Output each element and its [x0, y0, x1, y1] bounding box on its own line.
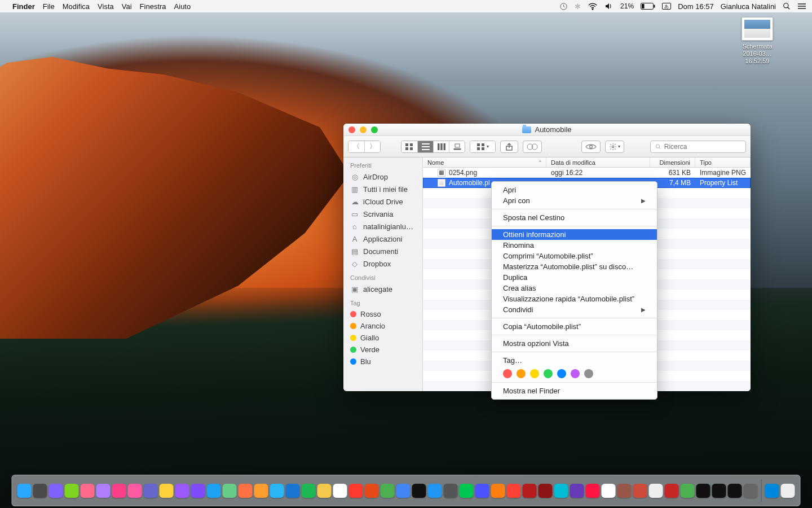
volume-icon[interactable]	[604, 2, 614, 10]
dock-app-6[interactable]	[112, 484, 126, 498]
text-input-icon[interactable]: あ	[662, 3, 671, 10]
col-kind[interactable]: Tipo	[695, 157, 751, 167]
context-menu-item[interactable]: Apri	[492, 185, 657, 195]
tag-color[interactable]	[517, 369, 526, 378]
dock-app-47[interactable]	[765, 484, 779, 498]
sidebar-tag[interactable]: Arancio	[343, 320, 422, 332]
dock-app-14[interactable]	[239, 484, 253, 498]
timemachine-icon[interactable]	[559, 2, 568, 11]
dock-app-31[interactable]	[507, 484, 521, 498]
context-menu-item[interactable]: Masterizza “Automobile.plist” su disco…	[492, 261, 657, 272]
dock-app-35[interactable]	[570, 484, 584, 498]
dock-app-26[interactable]	[428, 484, 442, 498]
arrange-dropdown[interactable]: ▾	[470, 141, 496, 153]
context-menu-item[interactable]: Apri con▶	[492, 195, 657, 206]
notification-center-icon[interactable]	[797, 3, 806, 10]
dock-app-44[interactable]	[712, 484, 726, 498]
view-coverflow-button[interactable]	[449, 141, 465, 152]
context-menu-item[interactable]: Comprimi “Automobile.plist”	[492, 251, 657, 261]
col-size[interactable]: Dimensioni	[650, 157, 695, 167]
context-menu-item[interactable]: Visualizzazione rapida “Automobile.plist…	[492, 294, 657, 304]
sidebar-item-shared[interactable]: ▣alicegate	[343, 283, 422, 295]
tag-color[interactable]	[544, 369, 553, 378]
tag-color[interactable]	[530, 369, 539, 378]
sidebar-item-6[interactable]: ▤Documenti	[343, 245, 422, 257]
context-menu-item[interactable]: Duplica	[492, 272, 657, 283]
menu-modifica[interactable]: Modifica	[63, 2, 90, 11]
tag-color[interactable]	[584, 369, 593, 378]
sidebar-tag[interactable]: Blu	[343, 356, 422, 367]
clock[interactable]: Dom 16:57	[678, 2, 714, 11]
sidebar-item-3[interactable]: ▭Scrivania	[343, 208, 422, 220]
col-date[interactable]: Data di modifica	[546, 157, 650, 167]
battery-icon[interactable]	[641, 3, 655, 10]
dock-app-28[interactable]	[460, 484, 474, 498]
dock-app-0[interactable]	[17, 484, 32, 498]
context-menu-item[interactable]: Condividi▶	[492, 304, 657, 315]
user-menu[interactable]: Gianluca Natalini	[721, 2, 776, 11]
dock-app-5[interactable]	[96, 484, 111, 498]
dock-app-37[interactable]	[602, 484, 616, 498]
context-menu-item[interactable]: Ottieni informazioni	[492, 229, 657, 240]
dock-app-1[interactable]	[33, 484, 47, 498]
action-dropdown[interactable]: ▾	[605, 141, 624, 153]
quicklook-button[interactable]	[581, 141, 601, 153]
dock-app-4[interactable]	[81, 484, 95, 498]
sidebar-item-0[interactable]: ◎AirDrop	[343, 170, 422, 183]
dock-app-34[interactable]	[554, 484, 568, 498]
dock-app-18[interactable]	[302, 484, 316, 498]
dock-app-22[interactable]	[365, 484, 379, 498]
minimize-button[interactable]	[360, 126, 367, 133]
sidebar-item-2[interactable]: ☁iCloud Drive	[343, 195, 422, 208]
dock-app-19[interactable]	[317, 484, 332, 498]
sidebar-item-4[interactable]: ⌂natalinigianlu…	[343, 220, 422, 233]
dock-app-27[interactable]	[444, 484, 458, 498]
dock-app-10[interactable]	[175, 484, 189, 498]
menu-vai[interactable]: Vai	[122, 2, 132, 11]
dock-app-39[interactable]	[633, 484, 647, 498]
dock-app-15[interactable]	[254, 484, 268, 498]
view-columns-button[interactable]	[433, 141, 449, 152]
sidebar-tag[interactable]: Giallo	[343, 332, 422, 344]
context-menu-item[interactable]: Rinomina	[492, 240, 657, 251]
forward-button[interactable]: 〉	[364, 141, 380, 152]
bluetooth-icon[interactable]: ✱	[575, 2, 581, 11]
window-titlebar[interactable]: Automobile	[343, 124, 751, 136]
dock-app-24[interactable]	[396, 484, 411, 498]
dock-app-17[interactable]	[286, 484, 300, 498]
dock-app-3[interactable]	[65, 484, 79, 498]
dock-app-45[interactable]	[728, 484, 742, 498]
wifi-icon[interactable]	[588, 3, 598, 10]
sidebar-item-5[interactable]: AApplicazioni	[343, 233, 422, 245]
tag-color[interactable]	[571, 369, 580, 378]
edit-tags-button[interactable]	[523, 141, 542, 153]
dock-app-21[interactable]	[349, 484, 363, 498]
dock-app-30[interactable]	[491, 484, 505, 498]
dock-app-32[interactable]	[523, 484, 537, 498]
col-name[interactable]: Nome⌃	[423, 157, 546, 167]
menu-aiuto[interactable]: Aiuto	[174, 2, 191, 11]
context-menu-item[interactable]: Mostra opzioni Vista	[492, 338, 657, 349]
desktop-file-screenshot[interactable]: Schermata 2016-03…16.52.59	[734, 17, 781, 65]
dock-app-36[interactable]	[586, 484, 600, 498]
dock-app-29[interactable]	[475, 484, 489, 498]
menu-file[interactable]: File	[43, 2, 55, 11]
view-list-button[interactable]	[417, 141, 433, 152]
context-menu-item[interactable]: Crea alias	[492, 283, 657, 294]
back-button[interactable]: 〈	[348, 141, 364, 152]
dock-app-42[interactable]	[681, 484, 695, 498]
dock-app-8[interactable]	[144, 484, 158, 498]
dock-app-11[interactable]	[191, 484, 205, 498]
spotlight-icon[interactable]	[783, 2, 791, 10]
context-menu-item[interactable]: Tag…	[492, 355, 657, 366]
context-menu-item[interactable]: Sposta nel Cestino	[492, 212, 657, 223]
search-field[interactable]	[650, 141, 746, 153]
search-input[interactable]	[664, 143, 741, 151]
close-button[interactable]	[348, 126, 355, 133]
view-icons-button[interactable]	[401, 141, 417, 152]
dock-app-41[interactable]	[665, 484, 679, 498]
dock-app-13[interactable]	[223, 484, 237, 498]
sidebar-item-7[interactable]: ◇Dropbox	[343, 257, 422, 270]
sidebar-tag[interactable]: Rosso	[343, 308, 422, 320]
dock-app-20[interactable]	[333, 484, 347, 498]
